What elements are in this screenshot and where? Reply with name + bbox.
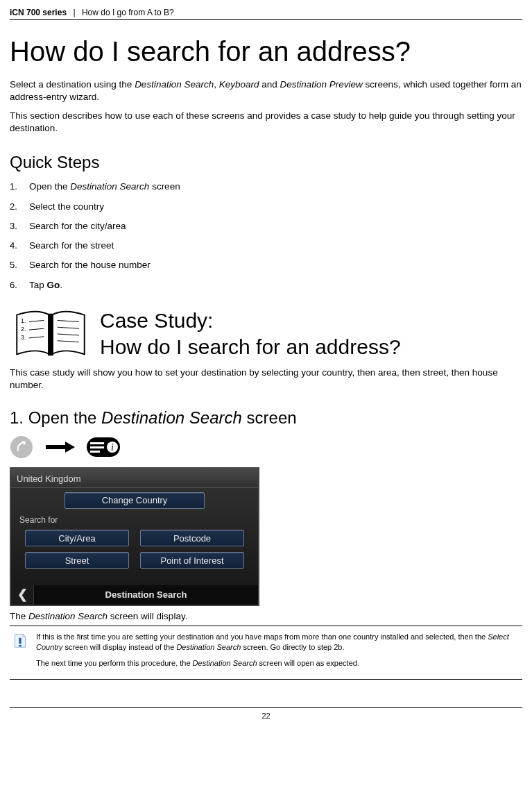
text: screen will display instead of the	[63, 643, 177, 651]
postcode-button[interactable]: Postcode	[140, 530, 244, 546]
svg-rect-17	[90, 451, 100, 453]
text-ital: Destination Search	[101, 408, 242, 427]
step-1-heading: 1. Open the Destination Search screen	[10, 407, 522, 429]
page-number: 22	[10, 707, 522, 721]
svg-text:1.: 1.	[21, 317, 26, 324]
text: Open the	[29, 181, 70, 192]
text-ital: Destination Search	[193, 659, 257, 667]
step-text: Select the country	[29, 201, 104, 213]
svg-text:3.: 3.	[21, 334, 26, 341]
svg-rect-0	[48, 314, 53, 355]
note-paragraph-2: The next time you perform this procedure…	[36, 658, 520, 669]
svg-rect-20	[19, 638, 21, 644]
change-country-button[interactable]: Change Country	[65, 492, 205, 509]
svg-point-11	[10, 436, 33, 458]
text: Tap	[29, 280, 47, 290]
divider	[10, 626, 522, 626]
page-title: How do I search for an address?	[10, 33, 522, 70]
text: screen	[149, 181, 180, 192]
device-country-label: United Kingdom	[11, 469, 258, 489]
case-study-title: Case Study: How do I search for an addre…	[100, 308, 401, 360]
search-for-label: Search for	[19, 514, 58, 526]
term-destination-preview: Destination Preview	[280, 79, 363, 90]
svg-rect-21	[19, 645, 21, 647]
separator: |	[73, 8, 75, 17]
device-footer: ❮ Destination Search	[11, 585, 258, 605]
note-block: If this is the first time you are settin…	[10, 628, 522, 678]
svg-text:2.: 2.	[21, 326, 26, 333]
text-ital: Destination Search	[70, 181, 149, 192]
intro-paragraph-1: Select a destination using the Destinati…	[10, 78, 522, 103]
text: If this is the first time you are settin…	[36, 632, 488, 641]
home-icon	[10, 435, 33, 459]
point-of-interest-button[interactable]: Point of Interest	[140, 552, 244, 569]
term-keyboard: Keyboard	[219, 79, 259, 90]
svg-marker-13	[65, 442, 75, 453]
case-study-question: How do I search for an address?	[100, 335, 401, 358]
step-number: 6.	[10, 279, 29, 292]
list-item: 5. Search for the house number	[10, 259, 522, 271]
term-destination-search: Destination Search	[135, 79, 214, 90]
list-item: 2. Select the country	[10, 201, 522, 213]
text-bold: Go	[47, 280, 60, 290]
note-paragraph-1: If this is the first time you are settin…	[36, 632, 520, 653]
step-number: 2.	[10, 201, 29, 213]
case-study-label: Case Study:	[100, 309, 213, 332]
text: Select a destination using the	[10, 79, 135, 90]
case-study-heading: 1. 2. 3. Case Study: How do I search for…	[10, 307, 522, 361]
text: screen	[242, 408, 297, 427]
device-screenshot: United Kingdom Change Country Search for…	[10, 467, 259, 606]
text: and	[259, 79, 280, 90]
svg-rect-16	[90, 446, 104, 448]
list-item: 4. Search for the street	[10, 240, 522, 252]
destination-card-icon: i	[86, 437, 121, 458]
running-header: iCN 700 series | How do I go from A to B…	[10, 7, 522, 20]
step-text: Search for the city/area	[29, 220, 126, 233]
back-button[interactable]: ❮	[11, 585, 34, 605]
screen-title: Destination Search	[34, 589, 258, 601]
text: 1. Open the	[10, 408, 101, 427]
chapter-name: How do I go from A to B?	[82, 8, 174, 17]
list-item: 1. Open the Destination Search screen	[10, 181, 522, 193]
series-name: iCN 700 series	[10, 8, 67, 17]
city-area-button[interactable]: City/Area	[25, 530, 129, 546]
quick-steps-list: 1. Open the Destination Search screen 2.…	[10, 181, 522, 291]
step-number: 1.	[10, 181, 29, 193]
text: The next time you perform this procedure…	[36, 659, 193, 667]
step-text: Tap Go.	[29, 279, 62, 292]
list-item: 6. Tap Go.	[10, 279, 522, 292]
list-item: 3. Search for the city/area	[10, 220, 522, 233]
divider	[10, 679, 522, 680]
street-button[interactable]: Street	[25, 552, 129, 569]
text-ital: Destination Search	[28, 611, 108, 621]
step-text: Open the Destination Search screen	[29, 181, 180, 193]
step-text: Search for the street	[29, 240, 114, 252]
text: The	[10, 611, 28, 621]
screenshot-caption: The Destination Search screen will displ…	[10, 610, 522, 623]
svg-rect-15	[90, 442, 104, 444]
step-text: Search for the house number	[29, 259, 151, 271]
text: .	[60, 280, 62, 290]
intro-paragraph-2: This section describes how to use each o…	[10, 110, 522, 135]
step-number: 4.	[10, 240, 29, 252]
open-book-icon: 1. 2. 3.	[10, 307, 92, 361]
quick-steps-heading: Quick Steps	[10, 151, 522, 174]
note-icon	[12, 633, 28, 648]
step-number: 3.	[10, 220, 29, 233]
text: ,	[214, 79, 219, 90]
note-body: If this is the first time you are settin…	[36, 632, 520, 674]
text: screen will open as expected.	[257, 659, 359, 667]
step-number: 5.	[10, 259, 29, 271]
case-study-intro: This case study will show you how to set…	[10, 367, 522, 392]
nav-icon-sequence: i	[10, 435, 522, 459]
arrow-right-icon	[44, 440, 75, 454]
text-ital: Destination Search	[176, 643, 241, 651]
text: screen. Go directly to step 2b.	[241, 643, 344, 651]
text: screen will display.	[108, 611, 187, 621]
svg-text:i: i	[111, 442, 114, 453]
